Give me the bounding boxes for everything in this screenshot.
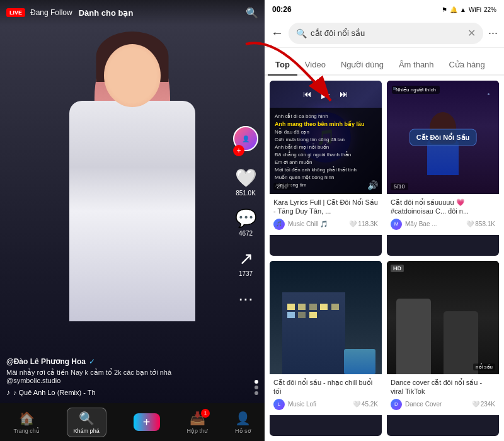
follow-plus-icon: +: [233, 145, 244, 156]
more-button[interactable]: ···: [238, 289, 253, 309]
video-thumb-1: 🎵 ⏮ ▶ ⏭ Anh cắt đi ca bông hình Anh mang…: [270, 81, 382, 194]
play-icon: ▶: [321, 87, 330, 101]
search-input-box[interactable]: 🔍 cắt đôi nổi sầu ✕: [289, 23, 483, 44]
w6: [287, 312, 295, 318]
heart-button[interactable]: 🤍 851.0K: [235, 168, 257, 197]
video-count-1: 2/10: [273, 183, 291, 190]
tab-top[interactable]: Top: [268, 55, 297, 74]
prev-icon: ⏮: [303, 89, 312, 99]
nav-profile-label: Hồ sơ: [235, 428, 251, 434]
notification-icon: 🔔: [450, 6, 457, 13]
noisau-badge: nổi sầu: [473, 364, 495, 370]
video-card-1[interactable]: 🎵 ⏮ ▶ ⏭ Anh cắt đi ca bông hình Anh mang…: [270, 81, 382, 256]
lyric-line-3: Nỗi đau đã cạn: [275, 129, 377, 136]
right-side-icons: 👤 + 🤍 851.0K 💬 4672 ↗ 1737 ···: [233, 126, 258, 309]
windows-grid: [282, 299, 345, 323]
video-info-3: Cắt đôi nổi sầu - nhạc chill buổi tối L …: [270, 374, 382, 415]
channel-name-1: Music Chill 🎵: [288, 220, 328, 227]
status-icons: ⚑ 🔔 ▲ WiFi 22%: [442, 6, 496, 13]
avatar-container[interactable]: 👤 +: [233, 126, 258, 156]
video-card-4[interactable]: HD nổi sầu Dance cover cắt đôi nổi sầu -…: [387, 261, 499, 436]
search-nav-icon: 🔍: [79, 411, 94, 426]
live-badge: LIVE: [6, 8, 25, 17]
fountain: [344, 349, 375, 374]
tabs-row: Top Video Người dùng Âm thanh Cửa hàng: [265, 48, 504, 76]
nav-add[interactable]: +: [134, 413, 160, 431]
lyric-line-4: Cơn mưa trong tim cũng đã tan: [275, 136, 377, 144]
tab-video[interactable]: Video: [297, 55, 333, 74]
tab-shop[interactable]: Cửa hàng: [442, 55, 493, 74]
follow-text[interactable]: Đang Follow: [30, 8, 72, 17]
search-icon: 🔍: [296, 28, 307, 38]
tab-users[interactable]: Người dùng: [333, 55, 391, 74]
lyric-line-7: Em ơi anh muốn: [275, 159, 377, 166]
share-icon: ↗: [239, 248, 253, 269]
tab-sound[interactable]: Âm thanh: [391, 55, 442, 74]
heart-small-icon: 🤍: [349, 220, 357, 227]
nav-explore-label: Khám phá: [74, 428, 100, 434]
channel-avatar-1: 🎵: [273, 219, 285, 230]
wifi-icon: WiFi: [469, 6, 481, 13]
back-button[interactable]: ←: [271, 26, 284, 40]
w4: [320, 304, 328, 310]
girl-silhouette-2: [418, 106, 468, 194]
dot-1: [255, 380, 258, 384]
left-topbar: LIVE Đang Follow Dành cho bạn 🔍: [0, 0, 265, 25]
nav-inbox[interactable]: 📥 Hộp thư 1: [187, 411, 209, 434]
video-card-2[interactable]: Nhiều người thích Cắt Đôi Nổi Sầu 5/10 C…: [387, 81, 499, 256]
nav-explore[interactable]: 🔍 Khám phá: [67, 408, 106, 437]
video-info-4: Dance cover cắt đôi nổi sầu - viral TikT…: [387, 374, 499, 415]
search-results-grid: 🎵 ⏮ ▶ ⏭ Anh cắt đi ca bông hình Anh mang…: [265, 76, 504, 441]
search-bar: ← 🔍 cắt đôi nổi sầu ✕ ···: [265, 19, 504, 48]
video-thumb-2: Nhiều người thích Cắt Đôi Nổi Sầu 5/10: [387, 81, 499, 194]
channel-avatar-3: L: [273, 399, 285, 410]
lyrics-overlay: Anh cắt đi ca bông hình Anh mang theo bê…: [270, 108, 382, 195]
more-options-button[interactable]: ···: [488, 26, 498, 40]
popular-badge: Nhiều người thích: [392, 86, 440, 94]
title-overlay-badge: Cắt Đôi Nổi Sầu: [410, 129, 477, 146]
inbox-badge: 1: [201, 409, 210, 418]
channel-avatar-2: M: [391, 219, 402, 230]
sound-icon: 🔊: [367, 180, 378, 190]
dancer-1: [396, 299, 431, 374]
lyric-line-6: Đã chẳng còn gì ngoài thanh thản: [275, 151, 377, 159]
music-row: ♪ ♪ Quê Anh Lo (Remix) - Th: [6, 388, 227, 397]
bottom-nav: 🏠 Trang chủ 🔍 Khám phá + 📥 Hộp thư 1 👤 H…: [0, 403, 265, 441]
clear-search-button[interactable]: ✕: [467, 27, 476, 39]
girl-face: [104, 44, 161, 107]
page-title: Dành cho bạn: [79, 8, 134, 18]
video-info-1: Kara Lyrics Full | Cắt Đôi Nổi Sầu - Tăn…: [270, 194, 382, 235]
nav-inbox-label: Hộp thư: [187, 428, 209, 434]
lyric-line-5: Anh bắt đi mọi nỗi buồn: [275, 144, 377, 151]
video-title-2: Cắt đôi nổi sầuuuuu 💗 #catdoinoisau C...…: [391, 198, 495, 216]
video-caption: Mài nhảy rơi cả tiền Nay k cảm tổ 2k các…: [6, 369, 227, 384]
signal-icon: ▲: [460, 6, 466, 13]
heart-count: 851.0K: [236, 190, 256, 197]
heart-icon: 🤍: [235, 168, 257, 188]
nav-profile[interactable]: 👤 Hồ sơ: [235, 411, 251, 434]
video-thumb-3: [270, 261, 382, 374]
video-card-3[interactable]: Cắt đôi nổi sầu - nhạc chill buổi tối L …: [270, 261, 382, 436]
heart-small-icon-4: 🤍: [472, 401, 479, 408]
search-icon[interactable]: 🔍: [246, 7, 258, 19]
comment-button[interactable]: 💬 4672: [235, 208, 257, 237]
profile-icon: 👤: [235, 411, 251, 426]
share-count: 1737: [239, 270, 253, 277]
scroll-indicator: [255, 378, 258, 397]
like-count-1: 🤍 118.3K: [349, 220, 378, 227]
like-count-3: 🤍 45.2K: [353, 401, 378, 408]
comment-count: 4672: [239, 230, 253, 237]
video-count-2: 5/10: [391, 183, 408, 190]
username[interactable]: @Đào Lê Phương Hoa: [6, 357, 86, 366]
share-button[interactable]: ↗ 1737: [239, 248, 253, 277]
nav-home[interactable]: 🏠 Trang chủ: [13, 411, 39, 434]
dance-silhouette: [387, 299, 475, 374]
more-icon: ···: [238, 289, 253, 309]
channel-name-2: Mây Bae ...: [405, 220, 437, 227]
player-controls: ⏮ ▶ ⏭: [270, 87, 382, 101]
w8: [309, 312, 317, 318]
video-thumb-4: HD nổi sầu: [387, 261, 499, 374]
building-main: [282, 292, 345, 374]
channel-avatar-4: D: [391, 399, 402, 410]
video-meta-4: D Dance Cover 🤍 234K: [391, 399, 495, 410]
